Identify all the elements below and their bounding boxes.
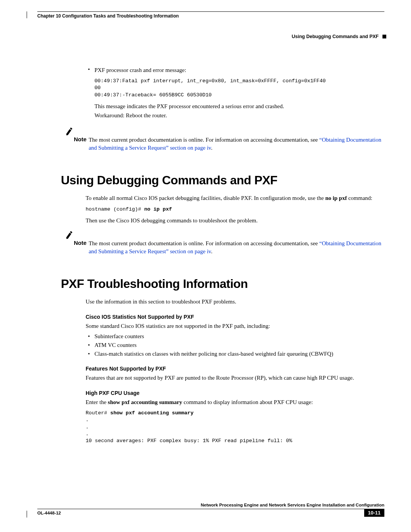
sub2-p: Features that are not supported by PXF a…: [86, 374, 384, 382]
left-margin-bar: [27, 11, 27, 518]
page-number: 10-11: [364, 509, 384, 517]
code-noip: hostname (config)# no ip pxf: [86, 206, 384, 213]
note2-tail: .: [211, 248, 212, 254]
doc-number: OL-4448-12: [37, 511, 61, 515]
li1: Subinterface counters: [94, 333, 144, 340]
sec1-p2: Then use the Cisco IOS debugging command…: [86, 217, 384, 224]
sub3-p: Enter the show pxf accounting summary co…: [86, 398, 384, 406]
subhead-cpu: High PXF CPU Usage: [86, 390, 384, 396]
code-show-pxf: Router# show pxf accounting summary . . …: [86, 410, 384, 444]
crash-workaround: Workaround: Reboot the router.: [94, 112, 326, 119]
sec1-p1b: no ip pxf: [325, 195, 347, 201]
note-text: The most current product documentation i…: [89, 231, 384, 256]
pencil-icon: [65, 230, 74, 256]
code2-rest: . . . 10 second averages: PXF complex bu…: [86, 417, 292, 444]
bullet-icon: •: [88, 333, 90, 340]
header-marker-icon: [382, 35, 386, 38]
note-2: Note The most current product documentat…: [65, 231, 384, 256]
sub1-p: Some standard Cisco IOS statistics are n…: [86, 322, 384, 330]
header-bar: Chapter 10 Configuration Tasks and Troub…: [37, 11, 384, 19]
bullet-crash-message: • PXF processor crash and error message:…: [86, 66, 384, 121]
subhead-features: Features Not Supported by PXF: [86, 366, 384, 372]
list-item: •ATM VC counters: [86, 342, 384, 348]
code-prefix: hostname (config)#: [86, 206, 144, 212]
sub3-pa: Enter the: [86, 399, 108, 405]
note-text: The most current product documentation i…: [89, 128, 384, 152]
bullet-text: PXF processor crash and error message:: [94, 66, 326, 74]
note-label: Note: [74, 128, 89, 152]
bullet-icon: •: [88, 66, 90, 121]
li3: Class-match statistics on classes with n…: [94, 351, 333, 357]
note-label: Note: [74, 231, 89, 256]
note1-tail: .: [211, 145, 212, 151]
heading-troubleshooting: PXF Troubleshooting Information: [61, 277, 384, 291]
li2: ATM VC counters: [94, 342, 137, 348]
list-item: •Subinterface counters: [86, 333, 384, 340]
code2-prefix: Router#: [86, 410, 110, 416]
sec1-p1: To enable all normal Cisco IOS packet de…: [86, 194, 384, 202]
sub3-pc: command to display information about PXF…: [182, 399, 313, 405]
sub3-pb: show pxf accounting summary: [108, 399, 182, 405]
footer-title: Network Processing Engine and Network Se…: [37, 503, 384, 509]
header-section: Using Debugging Commands and PXF: [292, 34, 379, 39]
bullet-icon: •: [88, 342, 90, 348]
main-content: • PXF processor crash and error message:…: [27, 66, 384, 444]
note2-text: The most current product documentation i…: [89, 240, 319, 246]
sec1-p1c: command:: [347, 195, 372, 201]
sec1-p1a: To enable all normal Cisco IOS packet de…: [86, 195, 325, 201]
note1-text: The most current product documentation i…: [89, 137, 319, 143]
sec2-intro: Use the information in this section to t…: [86, 298, 384, 305]
bullet-icon: •: [88, 351, 90, 357]
code2-cmd: show pxf accounting summary: [110, 410, 194, 416]
pencil-icon: [65, 127, 74, 152]
note-1: Note The most current product documentat…: [65, 128, 384, 152]
page-footer: Network Processing Engine and Network Se…: [27, 503, 384, 517]
chapter-title: Chapter 10 Configuration Tasks and Troub…: [37, 13, 179, 19]
list-item: •Class-match statistics on classes with …: [86, 351, 384, 357]
subhead-stats: Cisco IOS Statistics Not Supported by PX…: [86, 314, 384, 320]
code-crash: 00:49:37:Fatal pxf interrupt, int_reg=0x…: [94, 78, 326, 99]
code-cmd: no ip pxf: [144, 206, 172, 212]
crash-explain: This message indicates the PXF processor…: [94, 102, 326, 110]
heading-debugging: Using Debugging Commands and PXF: [61, 173, 384, 187]
page: Chapter 10 Configuration Tasks and Troub…: [0, 0, 411, 532]
